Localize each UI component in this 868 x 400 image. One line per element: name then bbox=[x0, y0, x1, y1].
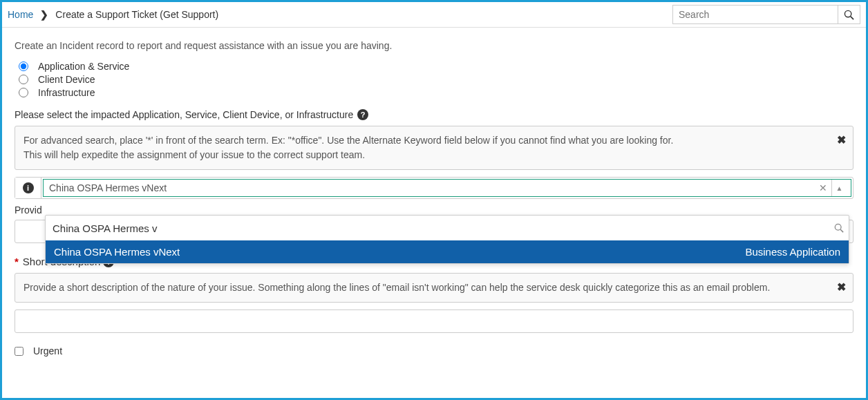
radio-infrastructure-input[interactable] bbox=[19, 88, 28, 97]
radio-application-service-input[interactable] bbox=[19, 61, 28, 71]
info-icon: i bbox=[23, 182, 34, 193]
radio-client-device-label: Client Device bbox=[38, 74, 95, 85]
breadcrumb-current: Create a Support Ticket (Get Support) bbox=[55, 9, 218, 20]
category-radio-group: Application & Service Client Device Infr… bbox=[19, 61, 853, 98]
urgent-label: Urgent bbox=[33, 345, 62, 356]
clear-icon[interactable]: ✕ bbox=[819, 182, 827, 193]
short-description-input[interactable] bbox=[15, 309, 853, 333]
radio-application-service-label: Application & Service bbox=[38, 61, 129, 72]
radio-client-device-input[interactable] bbox=[19, 75, 28, 84]
chevron-right-icon: ❯ bbox=[40, 9, 48, 20]
svg-line-3 bbox=[840, 229, 843, 232]
caret-up-icon[interactable]: ▲ bbox=[831, 180, 847, 196]
lookup-option[interactable]: China OSPA Hermes vNext Business Applica… bbox=[46, 240, 849, 263]
lookup-selected-value[interactable]: China OSPA Hermes vNext ✕ ▲ bbox=[43, 179, 851, 197]
short-desc-hint-text: Provide a short description of the natur… bbox=[23, 282, 770, 293]
lookup-search-input[interactable] bbox=[46, 218, 829, 238]
urgent-checkbox[interactable] bbox=[15, 347, 23, 356]
help-icon[interactable]: ? bbox=[357, 109, 368, 120]
breadcrumb: Home ❯ Create a Support Ticket (Get Supp… bbox=[8, 9, 218, 20]
lookup-option-type: Business Application bbox=[745, 246, 840, 258]
impacted-label: Please select the impacted Application, … bbox=[15, 109, 353, 120]
alt-keyword-label-partial: Provid bbox=[15, 204, 853, 216]
close-icon[interactable]: ✖ bbox=[837, 279, 846, 296]
radio-client-device[interactable]: Client Device bbox=[19, 74, 853, 85]
lookup-info-button[interactable]: i bbox=[15, 178, 41, 198]
urgent-checkbox-row[interactable]: Urgent bbox=[15, 345, 853, 356]
global-search-button[interactable] bbox=[838, 5, 860, 24]
search-hint-line2: This will help expedite the assignment o… bbox=[23, 148, 829, 162]
intro-text: Create an Incident record to report and … bbox=[15, 40, 853, 51]
impacted-lookup-field[interactable]: i China OSPA Hermes vNext ✕ ▲ bbox=[15, 177, 853, 199]
lookup-dropdown-panel: China OSPA Hermes vNext Business Applica… bbox=[45, 215, 849, 264]
breadcrumb-home-link[interactable]: Home bbox=[8, 9, 33, 20]
required-asterisk-icon: * bbox=[15, 256, 19, 267]
lookup-option-name: China OSPA Hermes vNext bbox=[54, 246, 180, 258]
radio-application-service[interactable]: Application & Service bbox=[19, 61, 853, 72]
short-desc-hint-box: Provide a short description of the natur… bbox=[15, 273, 853, 303]
svg-point-2 bbox=[835, 224, 841, 230]
svg-point-0 bbox=[845, 10, 851, 17]
search-hint-box: For advanced search, place '*' in front … bbox=[15, 126, 853, 170]
svg-line-1 bbox=[851, 16, 853, 19]
search-icon bbox=[844, 10, 854, 20]
search-icon bbox=[829, 223, 849, 233]
lookup-selected-text: China OSPA Hermes vNext bbox=[49, 182, 167, 193]
radio-infrastructure-label: Infrastructure bbox=[38, 87, 95, 98]
search-hint-line1: For advanced search, place '*' in front … bbox=[23, 133, 829, 148]
close-icon[interactable]: ✖ bbox=[837, 132, 846, 149]
radio-infrastructure[interactable]: Infrastructure bbox=[19, 87, 853, 98]
global-search-input[interactable] bbox=[672, 5, 838, 24]
